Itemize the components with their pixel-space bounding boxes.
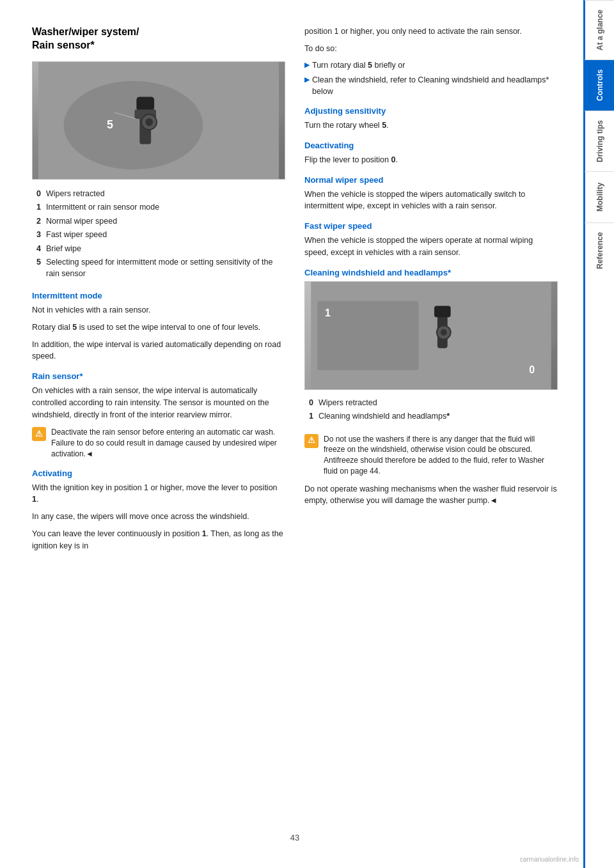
svg-point-1 (64, 81, 203, 169)
warning-box-2: ⚠ Do not use the washers if there is any… (304, 434, 558, 477)
svg-point-6 (145, 118, 153, 126)
warning-icon-1: ⚠ (32, 427, 46, 441)
to-do-so: To do so: (304, 43, 558, 55)
deactivating-text: Flip the lever to position 0. (304, 154, 558, 166)
page-number: 43 (32, 833, 558, 842)
list-item: 0 Wipers retracted (32, 189, 285, 200)
svg-rect-10 (317, 300, 418, 370)
warning-box-1: ⚠ Deactivate the rain sensor before ente… (32, 427, 285, 459)
svg-text:5: 5 (107, 118, 113, 130)
bullet-1: ▶ Turn rotary dial 5 briefly or (304, 60, 558, 72)
cleaning-heading: Cleaning windshield and headlamps* (304, 268, 558, 277)
list-item: 3 Fast wiper speed (32, 229, 285, 241)
section-title: Washer/wiper system/ Rain sensor* (32, 26, 285, 52)
list-item: 5 Selecting speed for intermittent mode … (32, 257, 285, 279)
adjusting-heading: Adjusting sensitivity (304, 106, 558, 116)
adjusting-text: Turn the rotary wheel 5. (304, 120, 558, 132)
cleaning-end-para: Do not operate washing mechanisms when t… (304, 483, 558, 508)
bullet-icon-1: ▶ (304, 60, 310, 70)
deactivating-heading: Deactivating (304, 141, 558, 150)
watermark: carmanualonline.info (520, 856, 579, 863)
intermittent-mode-heading: Intermittent mode (32, 291, 285, 300)
normal-wiper-text: When the vehicle is stopped the wipers a… (304, 189, 558, 213)
svg-point-14 (441, 329, 447, 336)
continued-text: position 1 or higher, you only need to a… (304, 26, 558, 38)
bullet-icon-2: ▶ (304, 75, 310, 84)
sidebar-tab-reference[interactable]: Reference (585, 222, 615, 278)
rain-sensor-para1: On vehicles with a rain sensor, the wipe… (32, 385, 285, 421)
intermittent-para1: Not in vehicles with a rain sensor. (32, 304, 285, 316)
rain-sensor-heading: Rain sensor* (32, 371, 285, 381)
activating-para3: You can leave the lever continuously in … (32, 528, 285, 552)
cleaning-item-list: 0 Wipers retracted 1 Cleaning windshield… (304, 398, 558, 422)
list-item: 2 Normal wiper speed (32, 216, 285, 228)
bullet-2: ▶ Clean the windshield, refer to Cleanin… (304, 75, 558, 97)
sidebar-tab-driving-tips[interactable]: Driving tips (585, 111, 615, 171)
intermittent-para3: In addition, the wipe interval is varied… (32, 339, 285, 363)
svg-rect-3 (136, 97, 154, 111)
sidebar-tab-mobility[interactable]: Mobility (585, 171, 615, 222)
sidebar: At a glance Controls Driving tips Mobili… (583, 0, 614, 868)
activating-heading: Activating (32, 469, 285, 478)
activating-para1: With the ignition key in position 1 or h… (32, 482, 285, 506)
item-list: 0 Wipers retracted 1 Intermittent or rai… (32, 189, 285, 280)
activating-para2: In any case, the wipers will move once a… (32, 511, 285, 523)
warning-text-2: Do not use the washers if there is any d… (324, 434, 558, 477)
wiper-image: 5 (32, 61, 285, 180)
svg-text:0: 0 (529, 364, 535, 375)
sidebar-tab-at-a-glance[interactable]: At a glance (585, 0, 615, 59)
intermittent-para2: Rotary dial 5 is used to set the wipe in… (32, 322, 285, 334)
fast-wiper-heading: Fast wiper speed (304, 221, 558, 231)
sidebar-tab-controls[interactable]: Controls (585, 59, 615, 111)
warning-text-1: Deactivate the rain sensor before enteri… (51, 427, 285, 459)
cleaning-image: 1 0 (304, 281, 558, 390)
cleaning-list-item-1: 1 Cleaning windshield and headlamps* (304, 411, 558, 422)
svg-rect-12 (434, 306, 451, 317)
warning-icon-2: ⚠ (304, 434, 319, 448)
normal-wiper-heading: Normal wiper speed (304, 175, 558, 185)
svg-text:1: 1 (325, 307, 331, 318)
list-item: 4 Brief wipe (32, 244, 285, 255)
cleaning-list-item-0: 0 Wipers retracted (304, 398, 558, 409)
list-item: 1 Intermittent or rain sensor mode (32, 202, 285, 213)
fast-wiper-text: When the vehicle is stopped the wipers o… (304, 235, 558, 259)
